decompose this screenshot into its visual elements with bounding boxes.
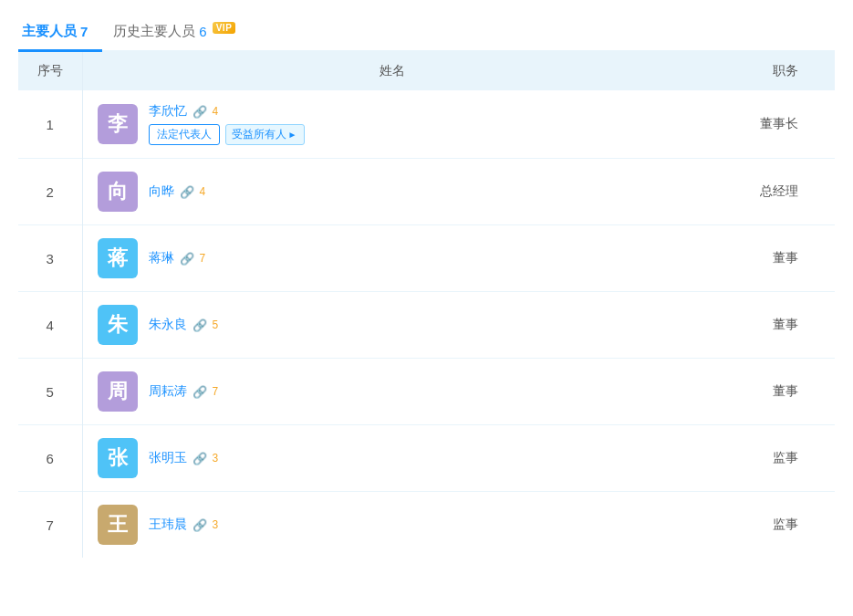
personnel-table: 序号 姓名 职务 1李李欣忆🔗4法定代表人受益所有人 ►董事长2向向晔🔗4总经理… [18,52,835,558]
row-name-cell: 周周耘涛🔗7 [82,359,702,425]
person-tag[interactable]: 受益所有人 ► [225,124,306,145]
name-row: 朱永良🔗5 [149,317,219,333]
tags-row: 法定代表人受益所有人 ► [149,124,306,145]
person-tag: 法定代表人 [149,124,220,145]
person-name[interactable]: 蒋琳 [149,250,174,266]
row-index: 6 [18,425,82,492]
tab-main-label: 主要人员 [22,23,77,40]
row-position: 董事 [702,359,835,425]
link-count: 4 [200,185,206,198]
avatar: 周 [98,371,138,412]
avatar: 王 [98,505,138,545]
tab-history-label: 历史主要人员 [113,23,195,40]
person-name[interactable]: 李欣忆 [149,103,187,120]
person-name[interactable]: 张明玉 [149,450,187,466]
table-header-row: 序号 姓名 职务 [18,52,835,90]
row-position: 董事 [702,225,835,292]
link-count: 5 [213,318,219,331]
tab-history-count: 6 [199,24,206,39]
name-info: 向晔🔗4 [149,183,206,200]
table-row: 6张张明玉🔗3监事 [18,425,835,492]
link-icon: 🔗 [192,318,207,332]
link-count: 7 [200,252,206,265]
row-name-cell: 蒋蒋琳🔗7 [82,225,702,292]
avatar: 向 [98,172,138,212]
link-icon: 🔗 [192,518,207,532]
name-info: 周耘涛🔗7 [149,383,219,400]
table-row: 5周周耘涛🔗7董事 [18,359,835,425]
person-name[interactable]: 王玮晨 [149,517,187,533]
table-body: 1李李欣忆🔗4法定代表人受益所有人 ►董事长2向向晔🔗4总经理3蒋蒋琳🔗7董事4… [18,90,835,558]
link-icon: 🔗 [192,105,207,119]
name-info: 朱永良🔗5 [149,317,219,333]
table-row: 3蒋蒋琳🔗7董事 [18,225,835,292]
table-row: 4朱朱永良🔗5董事 [18,292,835,359]
avatar: 张 [98,438,138,478]
link-icon: 🔗 [180,252,194,266]
row-name-cell: 朱朱永良🔗5 [82,292,702,359]
row-index: 4 [18,292,82,359]
name-info: 李欣忆🔗4法定代表人受益所有人 ► [149,103,306,145]
name-row: 张明玉🔗3 [149,450,219,466]
link-icon: 🔗 [192,385,207,399]
row-index: 7 [18,492,82,559]
row-index: 5 [18,359,82,425]
link-count: 7 [213,385,219,398]
tabs-bar: 主要人员7 历史主要人员6 VIP [18,15,835,52]
row-position: 董事 [702,292,835,359]
row-position: 监事 [702,425,835,492]
person-name[interactable]: 周耘涛 [149,383,187,400]
tab-history[interactable]: 历史主要人员6 VIP [109,15,250,50]
tab-main[interactable]: 主要人员7 [18,16,102,52]
name-row: 王玮晨🔗3 [149,517,219,533]
person-name[interactable]: 朱永良 [149,317,187,333]
row-position: 监事 [702,492,835,559]
name-row: 李欣忆🔗4 [149,103,306,120]
name-row: 周耘涛🔗7 [149,383,219,400]
row-name-cell: 王王玮晨🔗3 [82,492,702,559]
link-count: 3 [213,518,219,531]
table-row: 1李李欣忆🔗4法定代表人受益所有人 ►董事长 [18,90,835,159]
row-name-cell: 李李欣忆🔗4法定代表人受益所有人 ► [82,90,702,159]
avatar: 蒋 [98,238,138,278]
person-name[interactable]: 向晔 [149,183,174,200]
header-index: 序号 [18,52,82,90]
link-icon: 🔗 [192,452,207,465]
avatar: 李 [98,104,138,144]
main-container: 主要人员7 历史主要人员6 VIP 序号 姓名 职务 1李李欣忆🔗4法定代表人受… [0,0,853,616]
row-index: 3 [18,225,82,292]
row-name-cell: 张张明玉🔗3 [82,425,702,492]
link-count: 3 [213,452,219,465]
row-position: 董事长 [702,90,835,159]
name-row: 蒋琳🔗7 [149,250,206,266]
header-position: 职务 [702,52,835,90]
name-row: 向晔🔗4 [149,183,206,200]
vip-badge: VIP [213,22,236,34]
table-row: 2向向晔🔗4总经理 [18,159,835,225]
link-count: 4 [213,105,219,118]
link-icon: 🔗 [180,185,194,199]
name-info: 王玮晨🔗3 [149,517,219,533]
table-head: 序号 姓名 职务 [18,52,835,90]
header-name: 姓名 [82,52,702,90]
row-index: 2 [18,159,82,225]
tab-main-count: 7 [80,24,88,39]
row-index: 1 [18,90,82,159]
name-info: 张明玉🔗3 [149,450,219,466]
row-position: 总经理 [702,159,835,225]
row-name-cell: 向向晔🔗4 [82,159,702,225]
name-info: 蒋琳🔗7 [149,250,206,266]
avatar: 朱 [98,305,138,345]
table-row: 7王王玮晨🔗3监事 [18,492,835,559]
